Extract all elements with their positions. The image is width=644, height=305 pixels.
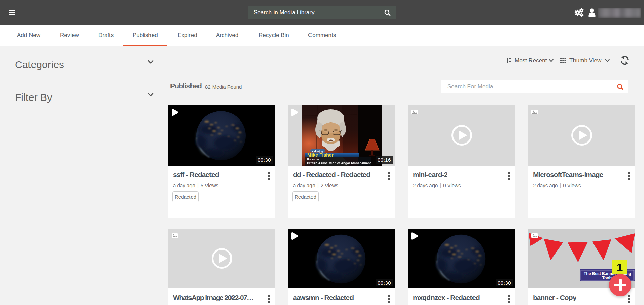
svg-text:Mike Fisher: Mike Fisher	[307, 152, 334, 158]
svg-text:Founder: Founder	[307, 158, 319, 161]
svg-text:British Association of Anger M: British Association of Anger Management	[307, 161, 371, 165]
